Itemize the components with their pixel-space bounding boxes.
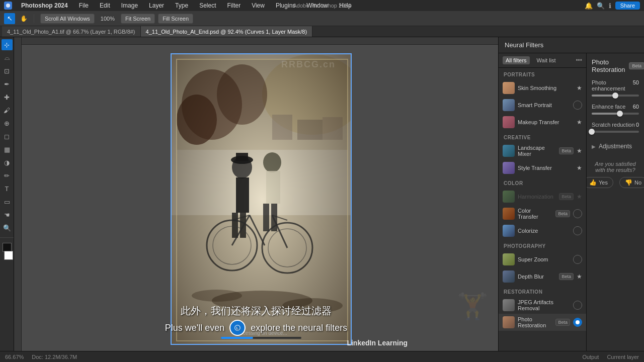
zoom-tool[interactable]: 🔍 bbox=[2, 222, 13, 233]
crop-tool[interactable]: ⊡ bbox=[2, 65, 13, 76]
adjustments-row[interactable]: ▶ Adjustments bbox=[592, 140, 639, 153]
eyedropper-tool[interactable]: ✒ bbox=[2, 78, 13, 89]
filter-more-icon[interactable]: ••• bbox=[576, 57, 582, 64]
dodge-tool[interactable]: ◑ bbox=[2, 157, 13, 168]
menu-item-image[interactable]: Image bbox=[119, 1, 140, 10]
toggle-colorize[interactable] bbox=[573, 226, 582, 235]
filter-item-jpeg-artifacts[interactable]: JPEG Artifacts Removal bbox=[499, 297, 586, 314]
toggle-jpeg[interactable] bbox=[573, 301, 582, 310]
background-color[interactable] bbox=[4, 251, 13, 260]
menu-item-layer[interactable]: Layer bbox=[147, 1, 166, 10]
filter-item-smart-portrait[interactable]: Smart Portrait bbox=[499, 97, 586, 114]
zoom-status: 66.67% bbox=[5, 354, 24, 360]
photo-enhancement-value: 50 bbox=[633, 79, 639, 92]
fit-screen-btn[interactable]: Fit Screen bbox=[121, 14, 155, 24]
satisfaction-label: Are you satisfied with the results? bbox=[592, 161, 639, 173]
toggle-super-zoom[interactable] bbox=[573, 255, 582, 264]
filter-item-depth-blur[interactable]: Depth Blur Beta ★ bbox=[499, 268, 586, 285]
section-photography: PHOTOGRAPHY bbox=[499, 239, 586, 251]
badge-photo-restoration: Beta bbox=[555, 319, 570, 326]
pen-tool[interactable]: ✏ bbox=[2, 170, 13, 181]
filter-item-style-transfer[interactable]: Style Transfer ★ bbox=[499, 159, 586, 176]
tab-wait-list[interactable]: Wait list bbox=[534, 56, 559, 64]
filter-item-harmonization[interactable]: Harmonization Beta ★ bbox=[499, 188, 586, 205]
search-icon[interactable]: 🔍 bbox=[597, 2, 605, 10]
filter-tabs: All filters Wait list ••• bbox=[499, 53, 586, 68]
filter-item-color-transfer[interactable]: Color Transfer Beta bbox=[499, 205, 586, 222]
badge-harmony: Beta bbox=[559, 193, 574, 200]
menubar: Photoshop 2024 File Edit Image Layer Typ… bbox=[0, 0, 644, 11]
enhance-face-slider[interactable] bbox=[592, 113, 639, 115]
menu-item-photoshop[interactable]: Photoshop 2024 bbox=[19, 1, 70, 10]
filter-thumb-depthblur bbox=[503, 270, 515, 283]
menu-item-file[interactable]: File bbox=[77, 1, 91, 10]
no-button[interactable]: 👎 No bbox=[619, 177, 644, 188]
toggle-photo-restoration[interactable] bbox=[573, 318, 582, 327]
info-icon[interactable]: ℹ bbox=[609, 2, 611, 10]
watermark-top: RRBCG.cn bbox=[281, 59, 336, 70]
settings-panel: Photo Restoration Beta ⊟ Photo enhanceme… bbox=[587, 53, 644, 351]
star-icon-style: ★ bbox=[577, 164, 582, 171]
gradient-tool[interactable]: ▦ bbox=[2, 144, 13, 155]
photo-enhancement-slider[interactable] bbox=[592, 95, 639, 97]
scroll-all-windows-btn[interactable]: Scroll All Windows bbox=[40, 14, 95, 24]
processing-bar: Processing on device... bbox=[221, 330, 301, 339]
scratch-reduction-value: 0 bbox=[636, 122, 639, 128]
filter-item-skin-smoothing[interactable]: Skin Smoothing ★ bbox=[499, 79, 586, 97]
yes-button[interactable]: 👍 Yes bbox=[587, 177, 613, 188]
share-button[interactable]: Share bbox=[615, 2, 640, 10]
photo-enhancement-label: Photo enhancement bbox=[592, 79, 633, 92]
thumbs-down-icon: 👎 bbox=[625, 179, 632, 186]
move-tool[interactable]: ↖ bbox=[4, 13, 15, 24]
scratch-reduction-slider[interactable] bbox=[592, 131, 639, 133]
hand-tool[interactable]: ✋ bbox=[20, 15, 28, 22]
tab-all-filters[interactable]: All filters bbox=[503, 56, 530, 64]
current-layer-label: Current layer bbox=[607, 354, 639, 360]
ruler-horizontal bbox=[14, 37, 498, 45]
filter-thumb-style bbox=[503, 162, 515, 174]
menu-item-filter[interactable]: Filter bbox=[225, 1, 243, 10]
filter-thumb-colortransfer bbox=[503, 208, 515, 220]
settings-title: Photo Restoration bbox=[592, 58, 625, 73]
center-title: Adobe Photoshop 2024 bbox=[293, 3, 351, 9]
svg-point-0 bbox=[6, 4, 10, 8]
neural-filters-panel: Neural Filters All filters Wait list •••… bbox=[498, 37, 644, 351]
tab-old-photo-a1[interactable]: 4_11_Old_Photo_A1.tif @ 66.7% (Layer 1, … bbox=[2, 26, 141, 37]
eraser-tool[interactable]: ◻ bbox=[2, 131, 13, 142]
hand-tool-left[interactable]: ☚ bbox=[2, 209, 13, 220]
menu-item-type[interactable]: Type bbox=[173, 1, 190, 10]
bell-icon[interactable]: 🔔 bbox=[585, 2, 593, 10]
statusbar: 66.67% Doc: 12.2M/36.7M Output Current l… bbox=[0, 351, 644, 362]
filter-thumb-photo bbox=[503, 316, 515, 328]
brush-tool[interactable]: 🖌 bbox=[2, 105, 13, 116]
filter-item-makeup-transfer[interactable]: Makeup Transfer ★ bbox=[499, 114, 586, 131]
enhance-face-label: Enhance face bbox=[592, 104, 625, 110]
enhance-face-label-row: Enhance face 60 bbox=[592, 104, 639, 110]
selection-tool[interactable]: ⊹ bbox=[2, 39, 13, 50]
shape-tool[interactable]: ▭ bbox=[2, 196, 13, 207]
left-toolbox: ⊹ ⌓ ⊡ ✒ ✚ 🖌 ⊕ ◻ ▦ ◑ ✏ T ▭ ☚ 🔍 bbox=[0, 37, 14, 351]
menu-item-edit[interactable]: Edit bbox=[98, 1, 112, 10]
toggle-color-transfer[interactable] bbox=[573, 209, 582, 218]
tab-old-photo-end[interactable]: 4_11_Old_Photo_At_End.psd @ 92.4% (Curve… bbox=[141, 26, 313, 37]
badge-colortransfer: Beta bbox=[555, 210, 570, 217]
heal-tool[interactable]: ✚ bbox=[2, 92, 13, 103]
type-tool[interactable]: T bbox=[2, 183, 13, 194]
fill-screen-btn[interactable]: Fill Screen bbox=[158, 14, 193, 24]
star-icon-landscape: ★ bbox=[577, 147, 582, 154]
filter-thumb-superzoom bbox=[503, 253, 515, 265]
filter-item-super-zoom[interactable]: Super Zoom bbox=[499, 251, 586, 268]
menu-item-view[interactable]: View bbox=[250, 1, 267, 10]
clone-tool[interactable]: ⊕ bbox=[2, 118, 13, 129]
filter-item-photo-restoration[interactable]: Photo Restoration Beta bbox=[499, 314, 586, 331]
toggle-smart-portrait[interactable] bbox=[573, 101, 582, 110]
filter-item-colorize[interactable]: Colorize bbox=[499, 222, 586, 239]
svg-rect-33 bbox=[172, 54, 352, 345]
section-color: COLOR bbox=[499, 176, 586, 188]
lasso-tool[interactable]: ⌓ bbox=[2, 52, 13, 63]
neural-filters-title: Neural Filters bbox=[505, 41, 543, 49]
doc-size: Doc: 12.2M/36.7M bbox=[32, 354, 77, 360]
star-icon-makeup: ★ bbox=[577, 119, 582, 126]
filter-item-landscape-mixer[interactable]: Landscape Mixer Beta ★ bbox=[499, 142, 586, 159]
menu-item-select[interactable]: Select bbox=[197, 1, 218, 10]
